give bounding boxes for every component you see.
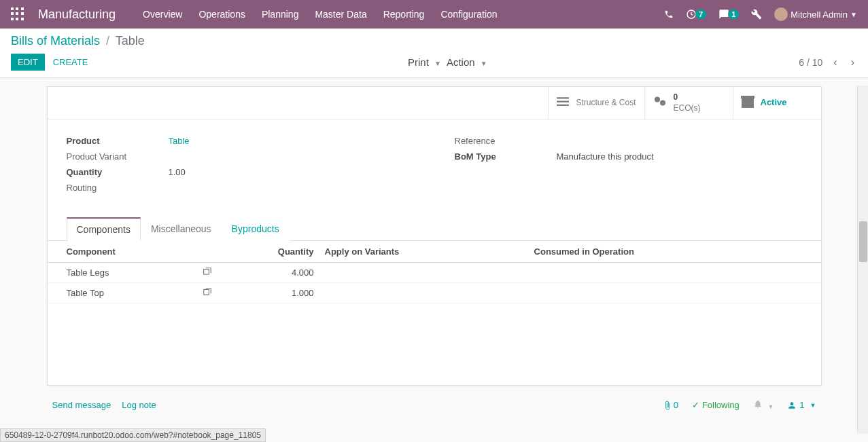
nav-reporting[interactable]: Reporting: [383, 9, 425, 20]
archive-icon: [742, 98, 754, 108]
component-qty: 1.000: [224, 283, 319, 303]
ecos-text: 0 ECO(s): [674, 92, 701, 113]
external-link-icon[interactable]: [203, 268, 212, 278]
component-name: Table Top: [48, 283, 197, 303]
th-consumed[interactable]: Consumed in Operation: [529, 241, 801, 263]
nav-configuration[interactable]: Configuration: [440, 9, 497, 20]
svg-rect-7: [203, 290, 209, 295]
structure-cost-button[interactable]: Structure & Cost: [548, 87, 644, 119]
check-icon: ✓: [692, 400, 699, 410]
bomtype-value: Manufacture this product: [557, 151, 654, 162]
component-qty: 4.000: [224, 263, 319, 283]
th-quantity[interactable]: Quantity: [224, 241, 319, 263]
active-button[interactable]: Active: [733, 87, 821, 119]
nav-planning[interactable]: Planning: [262, 9, 299, 20]
gears-icon: [653, 96, 667, 110]
user-name: Mitchell Admin: [791, 10, 848, 20]
svg-rect-1: [557, 97, 569, 98]
reference-label: Reference: [455, 136, 557, 146]
active-label: Active: [761, 97, 787, 109]
phone-icon[interactable]: [664, 10, 674, 19]
bomtype-label: BoM Type: [455, 151, 557, 162]
quantity-value: 1.00: [169, 167, 186, 177]
nav-right: 7 1 Mitchell Admin ▼: [664, 7, 857, 21]
pager-next[interactable]: ›: [848, 56, 857, 69]
tabs: Components Miscellaneous Byproducts: [48, 217, 821, 241]
svg-rect-2: [557, 101, 569, 103]
user-menu[interactable]: Mitchell Admin ▼: [774, 7, 857, 21]
tab-miscellaneous[interactable]: Miscellaneous: [141, 217, 222, 241]
tab-components[interactable]: Components: [67, 217, 141, 241]
stat-button-box: Structure & Cost 0 ECO(s) Active: [48, 87, 821, 119]
messages-icon[interactable]: 1: [718, 9, 739, 20]
edit-button[interactable]: EDIT: [11, 54, 45, 71]
send-message-button[interactable]: Send message: [52, 400, 111, 410]
followers-button[interactable]: 1 ▼: [787, 400, 816, 410]
svg-rect-6: [203, 270, 209, 275]
action-dropdown[interactable]: Action ▼: [447, 56, 487, 68]
breadcrumb-current: Table: [116, 34, 145, 48]
product-value[interactable]: Table: [169, 136, 190, 146]
avatar: [774, 7, 788, 21]
chatter: Send message Log note 0 ✓ Following ▼ 1 …: [47, 395, 822, 415]
external-link-icon[interactable]: [203, 288, 212, 299]
breadcrumb-sep: /: [106, 34, 109, 48]
routing-label: Routing: [67, 183, 169, 193]
table-row[interactable]: Table Legs 4.000: [48, 263, 821, 283]
debug-icon[interactable]: [751, 9, 762, 20]
nav-overview[interactable]: Overview: [143, 9, 182, 20]
scrollbar[interactable]: [857, 86, 868, 428]
attachments-button[interactable]: 0: [663, 400, 678, 410]
caret-icon: ▼: [850, 11, 857, 18]
th-apply[interactable]: Apply on Variants: [319, 241, 529, 263]
svg-point-5: [660, 100, 665, 105]
structure-label: Structure & Cost: [576, 98, 636, 109]
messages-badge: 1: [728, 10, 739, 19]
list-icon: [557, 96, 569, 110]
breadcrumb: Bills of Materials / Table: [11, 34, 857, 48]
product-label: Product: [67, 136, 169, 146]
pager-text[interactable]: 6 / 10: [799, 57, 822, 68]
table-row[interactable]: Table Top 1.000: [48, 283, 821, 303]
apps-icon[interactable]: [11, 7, 24, 21]
following-button[interactable]: ✓ Following: [692, 400, 740, 410]
log-note-button[interactable]: Log note: [122, 400, 156, 410]
main-content: Structure & Cost 0 ECO(s) Active: [0, 78, 868, 428]
breadcrumb-link[interactable]: Bills of Materials: [11, 34, 100, 48]
app-brand[interactable]: Manufacturing: [38, 7, 116, 22]
form-sheet: Structure & Cost 0 ECO(s) Active: [47, 86, 822, 386]
pager-prev[interactable]: ‹: [831, 56, 839, 69]
bell-icon[interactable]: ▼: [753, 399, 774, 411]
activity-badge: 7: [695, 10, 706, 19]
components-table: Component Quantity Apply on Variants Con…: [48, 241, 821, 303]
quantity-label: Quantity: [67, 167, 169, 177]
nav-menu: Overview Operations Planning Master Data…: [143, 9, 664, 20]
activity-icon[interactable]: 7: [686, 9, 706, 20]
svg-point-4: [655, 97, 660, 103]
th-component[interactable]: Component: [48, 241, 197, 263]
nav-operations[interactable]: Operations: [198, 9, 245, 20]
variant-label: Product Variant: [67, 151, 169, 162]
ecos-button[interactable]: 0 ECO(s): [644, 87, 733, 119]
navbar: Manufacturing Overview Operations Planni…: [0, 0, 868, 29]
control-panel: Bills of Materials / Table EDIT CREATE P…: [0, 29, 868, 78]
component-name: Table Legs: [48, 263, 197, 283]
create-button[interactable]: CREATE: [45, 54, 97, 71]
svg-rect-3: [557, 105, 569, 106]
print-dropdown[interactable]: Print ▼: [408, 56, 441, 68]
tab-byproducts[interactable]: Byproducts: [222, 217, 290, 241]
nav-master-data[interactable]: Master Data: [315, 9, 366, 20]
